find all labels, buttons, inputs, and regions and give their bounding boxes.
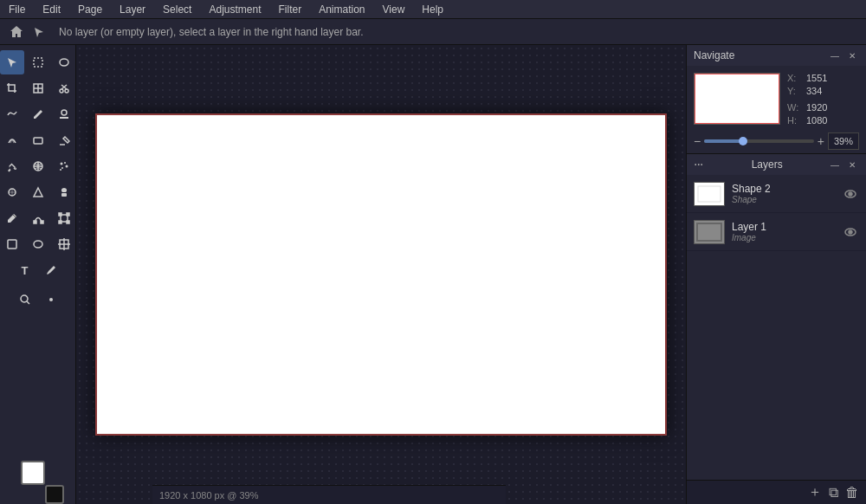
tool-crop[interactable] [0, 76, 24, 100]
layer-type-shape2: Shape [732, 195, 835, 204]
w-value: 1920 [806, 102, 827, 113]
navigate-coordinates: X: 1551 Y: 334 W: 1920 H: 1080 [787, 73, 827, 126]
svg-point-38 [849, 230, 852, 234]
color-swatches [21, 461, 55, 499]
layers-panel: ··· Layers — ✕ Shape 2 Shape [687, 154, 866, 504]
zoom-plus-button[interactable]: + [818, 135, 824, 147]
navigate-minimize-button[interactable]: — [828, 48, 842, 62]
zoom-slider[interactable] [704, 139, 814, 143]
svg-point-34 [849, 192, 852, 196]
menu-help[interactable]: Help [413, 2, 452, 17]
tool-smudge[interactable] [0, 128, 24, 152]
navigate-viewport-indicator [695, 74, 779, 124]
tool-pan[interactable] [39, 288, 63, 312]
main-area: T 1920 x 1080 px @ 39% [0, 45, 866, 504]
tool-select-rect[interactable] [26, 50, 50, 74]
tool-heal[interactable] [0, 102, 24, 126]
x-value: 1551 [806, 73, 827, 83]
svg-point-4 [65, 89, 68, 93]
right-panel: Navigate — ✕ X: 1551 Y: 334 [686, 45, 866, 504]
layer-item-layer1[interactable]: Layer 1 Image [687, 213, 866, 251]
layers-close-button[interactable]: ✕ [845, 158, 859, 171]
tool-fill[interactable] [0, 154, 24, 178]
h-value: 1080 [806, 115, 827, 126]
svg-rect-17 [34, 221, 36, 223]
svg-point-11 [65, 165, 68, 168]
tool-zoom[interactable] [13, 288, 37, 312]
layer-info-shape2: Shape 2 Shape [732, 183, 835, 204]
svg-point-25 [34, 241, 42, 248]
svg-rect-18 [41, 221, 43, 223]
tool-slice[interactable] [26, 76, 50, 100]
layers-title: Layers [752, 158, 783, 171]
tool-scissors[interactable] [52, 76, 76, 100]
layers-delete-button[interactable]: 🗑 [845, 485, 859, 501]
toolbar-arrow-icon[interactable] [29, 23, 48, 42]
tool-transform[interactable] [52, 206, 76, 230]
tool-lasso[interactable] [52, 50, 76, 74]
svg-point-12 [61, 167, 63, 169]
layer-name-shape2: Shape 2 [732, 183, 835, 195]
tool-ellipse-shape[interactable] [26, 232, 50, 256]
foreground-color-swatch[interactable] [21, 461, 45, 485]
svg-point-1 [60, 59, 68, 66]
menu-filter[interactable]: Filter [269, 2, 310, 17]
menu-view[interactable]: View [374, 2, 414, 17]
svg-rect-6 [60, 117, 68, 119]
menu-select[interactable]: Select [154, 2, 200, 17]
menu-bar: File Edit Page Layer Select Adjustment F… [0, 0, 866, 19]
layers-header: ··· Layers — ✕ [687, 154, 866, 175]
svg-point-5 [61, 110, 67, 115]
menu-page[interactable]: Page [69, 2, 111, 17]
tools-panel: T [0, 45, 76, 504]
menu-file[interactable]: File [0, 2, 34, 17]
status-bar: 1920 x 1080 px @ 39% [152, 485, 506, 504]
layer-visibility-layer1[interactable] [842, 223, 859, 241]
svg-point-3 [60, 89, 63, 93]
svg-point-13 [60, 169, 61, 171]
menu-edit[interactable]: Edit [34, 2, 69, 17]
layer-item-shape2[interactable]: Shape 2 Shape [687, 175, 866, 213]
tool-eyedrop2[interactable] [39, 258, 63, 282]
navigate-header: Navigate — ✕ [687, 45, 866, 66]
zoom-minus-button[interactable]: − [694, 135, 701, 147]
h-label: H: [787, 115, 799, 126]
menu-adjustment[interactable]: Adjustment [200, 2, 269, 17]
background-color-swatch[interactable] [45, 485, 64, 504]
tool-rect-shape[interactable] [0, 232, 24, 256]
layers-duplicate-button[interactable]: ⧉ [829, 485, 838, 501]
tool-particles[interactable] [52, 154, 76, 178]
layer-visibility-shape2[interactable] [842, 185, 859, 203]
tool-sharpen[interactable] [26, 180, 50, 204]
svg-rect-32 [698, 186, 721, 202]
tool-pen[interactable] [0, 206, 24, 230]
tool-eraser[interactable] [26, 128, 50, 152]
tool-dodge[interactable] [0, 180, 24, 204]
tool-eyedrop[interactable] [52, 180, 76, 204]
tool-globe[interactable] [26, 154, 50, 178]
svg-point-31 [49, 298, 53, 301]
navigate-close-button[interactable]: ✕ [845, 48, 859, 62]
tool-crop2[interactable] [52, 232, 76, 256]
tool-text[interactable]: T [13, 258, 37, 282]
tool-eraser2[interactable] [52, 128, 76, 152]
canvas-area[interactable]: 1920 x 1080 px @ 39% [76, 45, 686, 504]
tool-select-arrow[interactable] [0, 50, 24, 74]
layers-menu-button[interactable]: ··· [694, 157, 702, 172]
svg-rect-22 [59, 221, 61, 223]
svg-rect-23 [67, 221, 69, 223]
svg-rect-24 [8, 240, 16, 249]
layers-minimize-button[interactable]: — [828, 158, 842, 171]
navigate-panel: Navigate — ✕ X: 1551 Y: 334 [687, 45, 866, 154]
tool-pencil[interactable] [26, 102, 50, 126]
layers-controls: — ✕ [828, 158, 859, 171]
svg-rect-0 [34, 58, 42, 67]
tool-stamp[interactable] [52, 102, 76, 126]
menu-animation[interactable]: Animation [310, 2, 373, 17]
tool-node[interactable] [26, 206, 50, 230]
layers-add-button[interactable]: ＋ [808, 483, 822, 501]
navigate-zoom-controls: − + 39% [687, 129, 866, 153]
svg-point-29 [47, 273, 48, 275]
toolbar-home-icon[interactable] [7, 23, 26, 42]
menu-layer[interactable]: Layer [111, 2, 154, 17]
